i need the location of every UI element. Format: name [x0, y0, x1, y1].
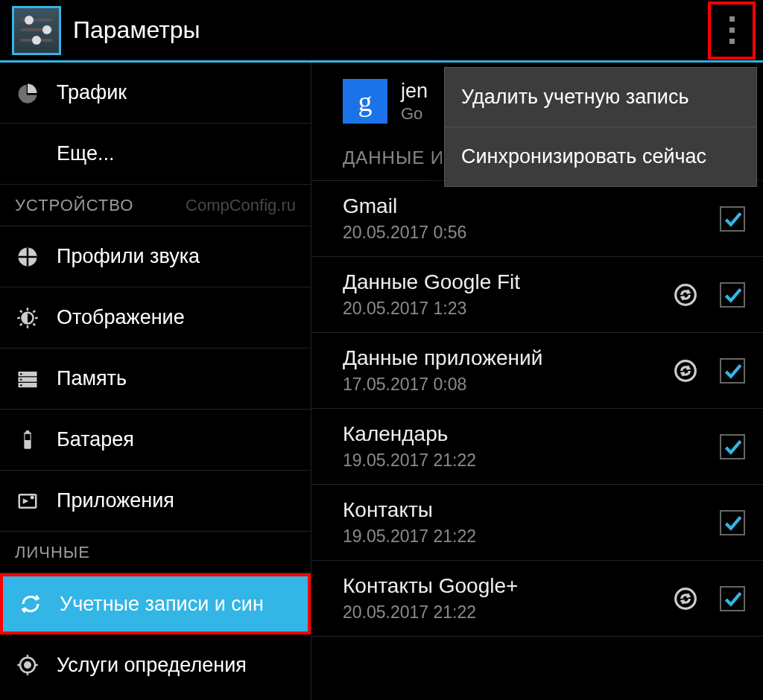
section-device: УСТРОЙСТВО CompConfig.ru — [0, 185, 311, 226]
sidebar-item-storage[interactable]: Память — [0, 349, 311, 410]
sync-item-time: 20.05.2017 1:23 — [343, 299, 671, 319]
svg-line-8 — [20, 323, 22, 325]
sync-item-title: Контакты — [343, 498, 720, 522]
sidebar-item-apps[interactable]: Приложения — [0, 471, 311, 532]
sync-item[interactable]: Данные Google Fit20.05.2017 1:23 — [311, 257, 763, 333]
overflow-popup: Удалить учетную запись Синхронизировать … — [444, 67, 757, 187]
svg-point-21 — [31, 495, 34, 499]
main-panel: g jen Go ДАННЫЕ И Gmail20.05.2017 0:56Да… — [311, 63, 763, 700]
sidebar-item-location[interactable]: Услуги определения — [0, 634, 311, 696]
battery-icon — [15, 427, 40, 453]
storage-icon — [15, 366, 40, 392]
sidebar-label: Отображение — [57, 306, 185, 329]
sync-item-time: 20.05.2017 0:56 — [343, 223, 720, 243]
sidebar-label: Услуги определения — [57, 654, 247, 677]
svg-line-9 — [34, 311, 36, 313]
sync-progress-icon — [671, 280, 700, 310]
svg-point-14 — [20, 378, 22, 381]
sidebar-item-battery[interactable]: Батарея — [0, 410, 311, 471]
account-name: jen — [401, 80, 428, 103]
location-icon — [15, 652, 40, 678]
sync-item-time: 19.05.2017 21:22 — [343, 451, 720, 471]
sync-checkbox[interactable] — [720, 358, 745, 384]
app-header: Параметры — [0, 0, 763, 63]
sync-checkbox[interactable] — [720, 586, 745, 611]
sidebar-label: Еще... — [57, 142, 114, 165]
apps-icon — [15, 489, 40, 514]
sync-item-title: Контакты Google+ — [343, 574, 671, 598]
sidebar-item-sound-profiles[interactable]: Профили звука — [0, 226, 311, 287]
sync-item[interactable]: Данные приложений17.05.2017 0:08 — [311, 333, 763, 409]
sync-list: Gmail20.05.2017 0:56Данные Google Fit20.… — [311, 181, 763, 637]
sync-item-title: Данные Google Fit — [343, 270, 671, 294]
svg-point-28 — [676, 284, 696, 305]
sidebar-label: Приложения — [57, 489, 174, 512]
watermark: CompConfig.ru — [186, 196, 296, 215]
menu-remove-account[interactable]: Удалить учетную запись — [445, 68, 756, 127]
sync-checkbox[interactable] — [720, 510, 745, 535]
sidebar-item-accounts-sync[interactable]: Учетные записи и син — [0, 573, 311, 634]
sidebar-item-display[interactable]: Отображение — [0, 287, 311, 349]
svg-point-13 — [20, 372, 22, 375]
section-personal: ЛИЧНЫЕ — [0, 532, 311, 573]
svg-point-30 — [676, 588, 696, 608]
sidebar-label: Память — [57, 367, 127, 390]
sync-progress-icon — [671, 584, 700, 614]
settings-icon — [12, 6, 61, 55]
page-title: Параметры — [73, 16, 200, 44]
sync-progress-icon — [671, 356, 700, 386]
header-left: Параметры — [4, 6, 200, 55]
sync-item[interactable]: Контакты Google+20.05.2017 21:22 — [311, 561, 763, 637]
settings-sidebar: Трафик Еще... УСТРОЙСТВО CompConfig.ru П… — [0, 63, 311, 700]
svg-rect-17 — [26, 430, 30, 433]
sync-item-time: 19.05.2017 21:22 — [343, 526, 720, 547]
dots-icon — [729, 16, 735, 22]
sync-checkbox[interactable] — [720, 206, 745, 232]
svg-line-6 — [20, 311, 22, 313]
sync-icon — [18, 591, 43, 617]
sidebar-item-more[interactable]: Еще... — [0, 124, 311, 185]
sync-item-title: Календарь — [343, 422, 720, 446]
svg-rect-18 — [25, 433, 31, 439]
sync-item-time: 20.05.2017 21:22 — [343, 602, 671, 623]
sync-item-title: Данные приложений — [343, 346, 671, 370]
account-sub: Go — [401, 104, 428, 124]
overflow-highlight — [708, 1, 756, 60]
overflow-menu-button[interactable] — [716, 7, 748, 53]
svg-point-29 — [676, 360, 696, 381]
sidebar-label: Учетные записи и син — [60, 593, 264, 616]
sync-item-title: Gmail — [343, 194, 720, 218]
sidebar-label: Профили звука — [57, 245, 200, 268]
brightness-icon — [15, 305, 40, 331]
svg-point-15 — [20, 384, 22, 386]
menu-sync-now[interactable]: Синхронизировать сейчас — [445, 127, 756, 186]
sync-item[interactable]: Gmail20.05.2017 0:56 — [311, 181, 763, 257]
sync-item[interactable]: Контакты19.05.2017 21:22 — [311, 485, 763, 561]
sync-checkbox[interactable] — [720, 282, 745, 308]
svg-marker-20 — [23, 498, 29, 504]
pie-icon — [15, 80, 40, 106]
svg-point-22 — [25, 662, 31, 668]
sync-item-time: 17.05.2017 0:08 — [343, 375, 671, 395]
google-icon: g — [343, 79, 387, 124]
sidebar-item-traffic[interactable]: Трафик — [0, 63, 311, 124]
sidebar-label: Трафик — [57, 81, 127, 104]
svg-line-7 — [34, 323, 36, 325]
sync-item[interactable]: Календарь19.05.2017 21:22 — [311, 409, 763, 485]
globe-quadrant-icon — [15, 244, 40, 270]
sync-checkbox[interactable] — [720, 434, 745, 459]
sidebar-label: Батарея — [57, 428, 134, 451]
